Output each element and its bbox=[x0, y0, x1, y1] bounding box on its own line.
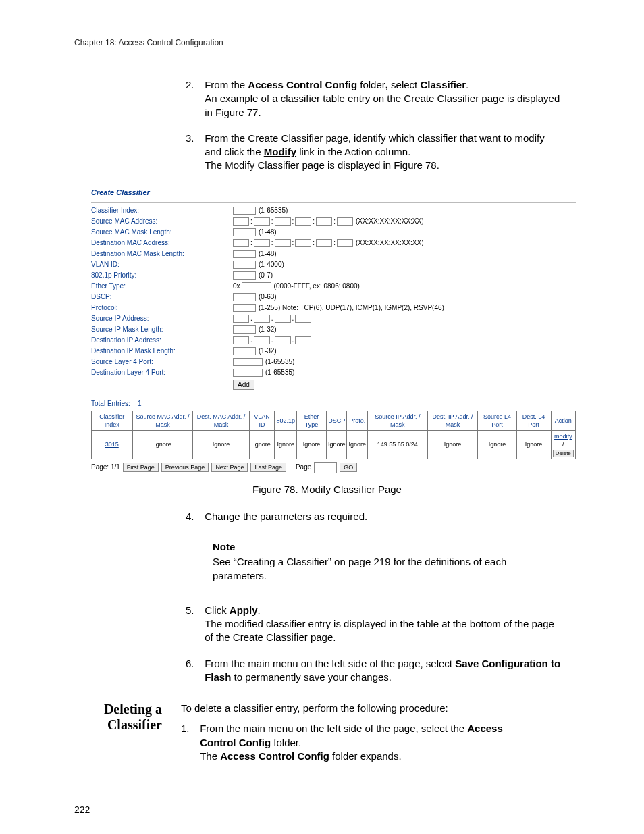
step-num: 5. bbox=[186, 604, 202, 617]
ip-octet-input[interactable] bbox=[295, 315, 311, 323]
form-row: VLAN ID:(1-4000) bbox=[91, 259, 576, 270]
step-num: 4. bbox=[186, 510, 202, 523]
form-row: Destination MAC Mask Length:(1-48) bbox=[91, 249, 576, 259]
ip-octet-input[interactable] bbox=[275, 336, 291, 344]
mac-octet-input[interactable] bbox=[233, 217, 249, 226]
table-cell: Ignore bbox=[275, 431, 297, 459]
step-text: Change the parameters as required. bbox=[205, 510, 562, 523]
form-row: 802.1p Priority:(0-7) bbox=[91, 270, 576, 281]
modify-link[interactable]: modify bbox=[554, 433, 572, 440]
last-page-button[interactable]: Last Page bbox=[250, 463, 286, 472]
ip-octet-input[interactable] bbox=[254, 315, 270, 323]
form-input[interactable] bbox=[233, 250, 256, 258]
figure-panel-title: Create Classifier bbox=[91, 185, 576, 203]
form-label: Ether Type: bbox=[91, 282, 233, 291]
form-label: Destination MAC Mask Length: bbox=[91, 249, 233, 259]
deleting-classifier-section: Deleting aClassifier To delete a classif… bbox=[74, 702, 580, 763]
form-row: Source Layer 4 Port:(1-65535) bbox=[91, 357, 576, 367]
form-row: Source MAC Mask Length:(1-48) bbox=[91, 227, 576, 238]
table-header: Source IP Addr. / Mask bbox=[367, 411, 427, 431]
mac-octet-input[interactable] bbox=[295, 239, 311, 247]
step-text: From the main menu on the left side of t… bbox=[205, 657, 562, 685]
delete-button[interactable]: Delete bbox=[553, 450, 574, 457]
form-hint: (0000-FFFF, ex: 0806; 0800) bbox=[274, 282, 360, 291]
first-page-button[interactable]: First Page bbox=[123, 463, 159, 472]
next-page-button[interactable]: Next Page bbox=[211, 463, 248, 472]
form-label: Destination IP Mask Length: bbox=[91, 346, 233, 356]
mac-octet-input[interactable] bbox=[316, 239, 332, 247]
form-input[interactable] bbox=[233, 207, 256, 215]
step-2: 2. From the Access Control Config folder… bbox=[186, 78, 580, 120]
form-row: DSCP:(0-63) bbox=[91, 292, 576, 303]
table-cell: Ignore bbox=[132, 431, 193, 459]
mac-octet-input[interactable] bbox=[316, 217, 332, 226]
mac-octet-input[interactable] bbox=[233, 239, 249, 247]
form-label: Destination IP Address: bbox=[91, 336, 233, 345]
form-input[interactable] bbox=[233, 358, 263, 366]
form-hint: (1-48) bbox=[259, 249, 277, 259]
page-indicator: Page: 1/1 bbox=[91, 463, 120, 472]
table-cell: Ignore bbox=[478, 431, 516, 459]
table-header: 802.1p bbox=[275, 411, 297, 431]
form-input[interactable] bbox=[233, 369, 263, 377]
ip-octet-input[interactable] bbox=[233, 315, 249, 323]
table-cell: Ignore bbox=[347, 431, 368, 459]
form-row: Destination IP Mask Length:(1-32) bbox=[91, 346, 576, 357]
chapter-header: Chapter 18: Access Control Configuration bbox=[74, 37, 580, 48]
form-hint: (1-4000) bbox=[259, 260, 284, 269]
form-input[interactable] bbox=[233, 325, 256, 334]
step-text: From the main menu on the left side of t… bbox=[200, 722, 537, 763]
form-input[interactable] bbox=[233, 304, 256, 312]
form-input[interactable] bbox=[242, 282, 271, 290]
step-text: From the Create Classifier page, identif… bbox=[205, 132, 562, 173]
table-header: Source L4 Port bbox=[478, 411, 516, 431]
mac-octet-input[interactable] bbox=[254, 239, 270, 247]
table-header: Ether Type bbox=[296, 411, 326, 431]
page-input[interactable] bbox=[314, 462, 337, 473]
table-cell: 149.55.65.0/24 bbox=[367, 431, 427, 459]
mac-octet-input[interactable] bbox=[337, 217, 353, 226]
previous-page-button[interactable]: Previous Page bbox=[161, 463, 209, 472]
form-label: Source IP Address: bbox=[91, 314, 233, 323]
go-button[interactable]: GO bbox=[340, 463, 357, 472]
mac-octet-input[interactable] bbox=[275, 239, 291, 247]
classifier-index-cell[interactable]: 3015 bbox=[92, 431, 133, 459]
form-row: Destination MAC Address::::::(XX:XX:XX:X… bbox=[91, 238, 576, 249]
form-hint: (1-48) bbox=[259, 228, 277, 237]
step-6: 6. From the main menu on the left side o… bbox=[186, 657, 580, 685]
ip-octet-input[interactable] bbox=[233, 336, 249, 344]
form-label: Protocol: bbox=[91, 303, 233, 313]
ip-octet-input[interactable] bbox=[295, 336, 311, 344]
ip-octet-input[interactable] bbox=[254, 336, 270, 344]
form-row: Destination Layer 4 Port:(1-65535) bbox=[91, 367, 576, 378]
ip-octet-input[interactable] bbox=[275, 315, 291, 323]
form-input[interactable] bbox=[233, 347, 256, 355]
add-button[interactable]: Add bbox=[233, 380, 254, 390]
section-intro: To delete a classifier entry, perform th… bbox=[181, 702, 580, 715]
form-hint: (1-65535) bbox=[265, 368, 294, 377]
step-num: 2. bbox=[186, 78, 202, 92]
table-header: Dest. IP Addr. / Mask bbox=[427, 411, 478, 431]
form-input[interactable] bbox=[233, 293, 256, 301]
form-input[interactable] bbox=[233, 271, 256, 280]
step-4: 4. Change the parameters as required. bbox=[186, 510, 580, 523]
mac-octet-input[interactable] bbox=[295, 217, 311, 226]
form-input[interactable] bbox=[233, 228, 256, 236]
form-row: Source MAC Address::::::(XX:XX:XX:XX:XX:… bbox=[91, 216, 576, 227]
table-header: Classifier Index bbox=[92, 411, 133, 431]
figure-78: Create Classifier Classifier Index:(1-65… bbox=[91, 185, 576, 473]
form-row: Classifier Index:(1-65535) bbox=[91, 205, 576, 216]
page-number: 222 bbox=[74, 804, 580, 816]
step-text: Click Apply. The modified classifier ent… bbox=[205, 604, 562, 645]
mac-octet-input[interactable] bbox=[254, 217, 270, 226]
form-hint: (1-32) bbox=[259, 325, 277, 334]
figure-caption: Figure 78. Modify Classifier Page bbox=[74, 483, 580, 496]
form-row: Destination IP Address:... bbox=[91, 335, 576, 346]
form-input[interactable] bbox=[233, 261, 256, 269]
table-header: Dest. L4 Port bbox=[516, 411, 551, 431]
mac-octet-input[interactable] bbox=[275, 217, 291, 226]
mac-octet-input[interactable] bbox=[337, 239, 353, 247]
table-header: Dest. MAC Addr. / Mask bbox=[193, 411, 249, 431]
table-cell: Ignore bbox=[296, 431, 326, 459]
form-row: Source IP Address:... bbox=[91, 313, 576, 324]
